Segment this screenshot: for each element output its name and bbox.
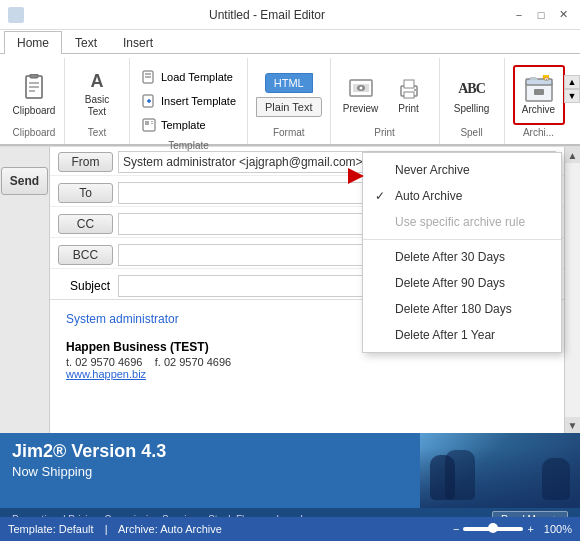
send-panel: Send [0, 147, 50, 433]
title-bar: Untitled - Email Editor − □ ✕ [0, 0, 580, 30]
svg-rect-1 [30, 74, 38, 78]
phone-label: t. [66, 356, 72, 368]
load-template-label: Load Template [161, 71, 233, 83]
banner-subtitle: Now Shipping [12, 464, 408, 479]
delete-90-item[interactable]: Delete After 90 Days [363, 270, 561, 296]
ribbon-group-archive: 🏠 Archive Archi... [505, 58, 573, 144]
print-label: Print [398, 103, 419, 114]
template-label: Template [161, 119, 206, 131]
format-group-label: Format [273, 127, 305, 140]
scroll-up-arrow[interactable]: ▲ [565, 147, 581, 163]
minimize-button[interactable]: − [510, 6, 528, 24]
clipboard-items: Clipboard [12, 62, 56, 127]
preview-label: Preview [343, 103, 379, 114]
html-format-btn[interactable]: HTML [265, 73, 313, 93]
ribbon-group-spell: ABC Spelling Spell [440, 58, 505, 144]
subject-label-container: Subject [58, 279, 118, 293]
maximize-button[interactable]: □ [532, 6, 550, 24]
basic-text-icon: A [91, 71, 104, 92]
delete-30-item[interactable]: Delete After 30 Days [363, 244, 561, 270]
zoom-minus[interactable]: − [453, 523, 459, 535]
auto-archive-item[interactable]: Auto Archive [363, 183, 561, 209]
window-controls: − □ ✕ [510, 6, 572, 24]
svg-rect-20 [404, 80, 414, 88]
tab-insert[interactable]: Insert [110, 31, 166, 54]
website-link[interactable]: www.happen.biz [66, 368, 548, 380]
delete-1year-item[interactable]: Delete After 1 Year [363, 322, 561, 348]
svg-point-22 [414, 89, 416, 91]
print-icon [395, 75, 423, 103]
svg-rect-14 [151, 123, 153, 124]
svg-text:🏠: 🏠 [543, 76, 548, 81]
subject-label: Subject [70, 279, 110, 293]
status-separator: | [105, 523, 108, 535]
plain-text-format-btn[interactable]: Plain Text [256, 97, 322, 117]
ribbon-tabs: Home Text Insert [0, 30, 580, 54]
banner-area: Jim2® Version 4.3 Now Shipping Promotion… [0, 433, 580, 530]
insert-template-label: Insert Template [161, 95, 236, 107]
template-btn[interactable]: Template [136, 114, 241, 136]
load-template-btn[interactable]: Load Template [136, 66, 241, 88]
bcc-label-container: BCC [58, 245, 118, 265]
zoom-level: 100% [544, 523, 572, 535]
template-items: Load Template Insert Template [136, 62, 241, 140]
tab-text[interactable]: Text [62, 31, 110, 54]
ribbon-group-format: HTML Plain Text Format [248, 58, 331, 144]
zoom-plus[interactable]: + [527, 523, 533, 535]
archive-dropdown: Never Archive Auto Archive Use specific … [362, 152, 562, 353]
insert-template-btn[interactable]: Insert Template [136, 90, 241, 112]
scroll-down-arrow[interactable]: ▼ [565, 417, 581, 433]
close-button[interactable]: ✕ [554, 6, 572, 24]
archive-btn[interactable]: 🏠 Archive [513, 65, 565, 125]
preview-btn[interactable]: Preview [339, 67, 383, 123]
banner: Jim2® Version 4.3 Now Shipping [0, 433, 580, 508]
fax-label: f. [155, 356, 161, 368]
ribbon-scroll-down[interactable]: ▼ [564, 89, 580, 103]
bcc-label[interactable]: BCC [58, 245, 113, 265]
send-button[interactable]: Send [1, 167, 48, 195]
svg-rect-25 [534, 89, 544, 95]
phone: 02 9570 4696 [75, 356, 142, 368]
insert-template-icon [141, 93, 157, 109]
basic-text-btn[interactable]: A BasicText [71, 67, 123, 123]
email-scrollbar: ▲ ▼ [564, 147, 580, 433]
spelling-icon: ABC [457, 75, 487, 103]
from-label[interactable]: From [58, 152, 113, 172]
menu-separator [363, 239, 561, 240]
clipboard-large-btn[interactable]: Clipboard [12, 67, 56, 123]
never-archive-item[interactable]: Never Archive [363, 157, 561, 183]
basic-text-group-label: Text [88, 127, 106, 140]
to-label-container: To [58, 183, 118, 203]
load-template-icon [141, 69, 157, 85]
template-status: Template: Default [8, 523, 94, 535]
print-group-label: Print [374, 127, 395, 140]
fax: 02 9570 4696 [164, 356, 231, 368]
delete-180-item[interactable]: Delete After 180 Days [363, 296, 561, 322]
status-template: Template: Default | Archive: Auto Archiv… [8, 523, 222, 535]
ribbon-scroll: ▲ ▼ [564, 54, 580, 124]
to-label[interactable]: To [58, 183, 113, 203]
tab-home[interactable]: Home [4, 31, 62, 54]
svg-rect-21 [404, 92, 414, 98]
ribbon-group-basic-text: A BasicText Text [65, 58, 130, 144]
zoom-slider[interactable] [463, 527, 523, 531]
clipboard-icon [20, 74, 48, 102]
status-bar: Template: Default | Archive: Auto Archiv… [0, 517, 580, 541]
window-title: Untitled - Email Editor [24, 8, 510, 22]
scroll-track [571, 163, 575, 417]
svg-rect-13 [151, 121, 153, 122]
spelling-btn[interactable]: ABC Spelling [448, 67, 496, 123]
clipboard-label: Clipboard [13, 105, 56, 116]
archive-icon: 🏠 [523, 74, 555, 104]
from-label-container: From [58, 152, 118, 172]
red-arrow-indicator [348, 168, 364, 184]
ribbon-scroll-up[interactable]: ▲ [564, 75, 580, 89]
contact-info: t. 02 9570 4696 f. 02 9570 4696 [66, 356, 548, 368]
zoom-controls: − + 100% [453, 523, 572, 535]
print-btn[interactable]: Print [387, 67, 431, 123]
svg-rect-12 [145, 121, 149, 125]
cc-label[interactable]: CC [58, 214, 113, 234]
zoom-thumb [488, 523, 498, 533]
from-value: System administrator <jajgraph@gmail.com… [123, 155, 363, 169]
banner-people [420, 433, 580, 508]
